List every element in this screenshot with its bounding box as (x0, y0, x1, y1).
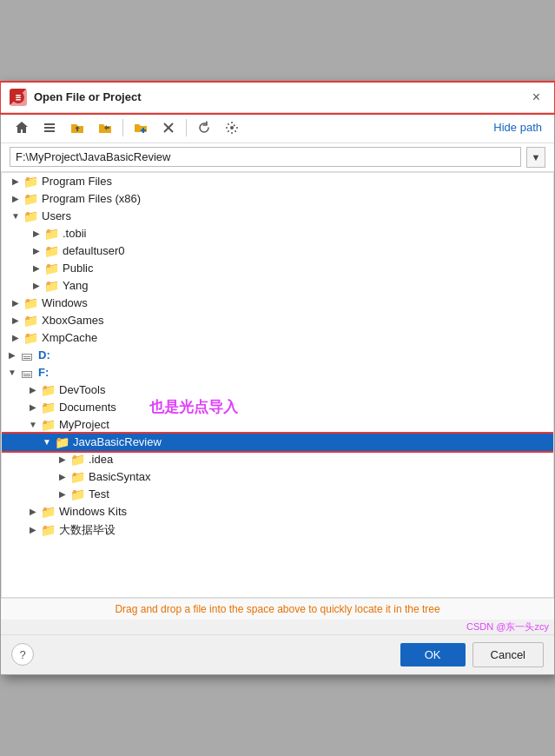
folder-icon: 📁 (40, 384, 56, 396)
drive-icon: 🖴 (19, 349, 35, 361)
folder-icon: 📁 (69, 488, 85, 501)
expander-icon: ▶ (30, 279, 43, 293)
item-label: Program Files (42, 175, 112, 188)
home-button[interactable] (10, 116, 34, 139)
help-button[interactable]: ? (11, 643, 34, 666)
tree-item-defaultuser0[interactable]: ▶ 📁 defaultuser0 (2, 242, 553, 260)
svg-rect-2 (16, 96, 21, 98)
close-button[interactable]: × (527, 88, 545, 107)
expander-icon: ▶ (26, 523, 40, 537)
tree-item-windows[interactable]: ▶ 📁 Windows (2, 295, 553, 312)
list-view-button[interactable] (37, 116, 62, 139)
delete-button[interactable] (156, 116, 181, 139)
item-label: MyProject (59, 418, 109, 431)
item-label: Program Files (x86) (42, 192, 141, 205)
expander-icon: ▶ (56, 487, 69, 501)
folder-icon: 📁 (69, 471, 85, 483)
tree-item-documents[interactable]: ▶ 📁 Documents 也是光点导入 (2, 399, 553, 416)
folder-icon: 📁 (43, 245, 59, 257)
expander-icon: ▶ (9, 314, 23, 328)
folder-icon: 📁 (43, 280, 59, 292)
item-label: F: (38, 366, 49, 379)
svg-rect-1 (16, 95, 21, 96)
expander-icon: ▶ (56, 470, 69, 484)
refresh-button[interactable] (192, 116, 216, 139)
item-label: BasicSyntax (89, 470, 151, 483)
toolbar-separator-1 (122, 119, 123, 136)
expander-icon: ▶ (30, 244, 43, 258)
hide-path-button[interactable]: Hide path (490, 119, 545, 136)
item-label: JavaBasicReview (73, 435, 162, 448)
path-input[interactable] (10, 147, 521, 167)
item-label: DevTools (59, 383, 105, 396)
annotation-text: 也是光点导入 (149, 397, 238, 417)
tree-item-myproject[interactable]: ▼ 📁 MyProject (2, 416, 553, 434)
path-dropdown-button[interactable]: ▼ (526, 147, 545, 168)
folder-icon: 📁 (43, 262, 59, 275)
folder-icon: 📁 (23, 332, 38, 344)
tree-item-devtools[interactable]: ▶ 📁 DevTools (2, 381, 553, 399)
expander-icon: ▶ (30, 262, 43, 275)
tree-item-program-files-x86[interactable]: ▶ 📁 Program Files (x86) (2, 190, 553, 208)
item-label: XmpCache (42, 331, 97, 344)
expander-icon: ▶ (9, 192, 23, 206)
folder-up-button[interactable] (65, 116, 89, 139)
folder-icon: 📁 (23, 193, 38, 205)
item-label: Public (63, 262, 93, 275)
folder-icon: 📁 (40, 524, 56, 536)
item-label: 大数据毕设 (59, 522, 116, 538)
cancel-button[interactable]: Cancel (472, 642, 544, 667)
tree-item-idea[interactable]: ▶ 📁 .idea (2, 451, 553, 468)
expander-icon: ▼ (5, 366, 19, 380)
folder-icon: 📁 (23, 210, 38, 222)
expander-icon: ▼ (40, 435, 54, 449)
tree-item-big-data[interactable]: ▶ 📁 大数据毕设 (2, 521, 553, 540)
item-label: defaultuser0 (63, 244, 125, 257)
folder-back-button[interactable] (93, 116, 117, 139)
expander-icon: ▶ (56, 453, 69, 467)
tree-item-f-drive[interactable]: ▼ 🖴 F: (2, 364, 553, 381)
tree-item-program-files[interactable]: ▶ 📁 Program Files (2, 173, 553, 190)
item-label: XboxGames (42, 314, 104, 327)
tree-item-basicsyntax[interactable]: ▶ 📁 BasicSyntax (2, 468, 553, 486)
item-label: Test (89, 487, 109, 501)
tree-item-yang[interactable]: ▶ 📁 Yang (2, 277, 553, 295)
svg-rect-4 (44, 123, 55, 125)
drag-hint: Drag and drop a file into the space abov… (1, 598, 554, 620)
folder-icon: 📁 (40, 506, 56, 518)
expander-icon: ▶ (26, 383, 40, 397)
expander-icon: ▶ (26, 401, 40, 414)
tree-item-users[interactable]: ▼ 📁 Users (2, 208, 553, 225)
button-bar: ? OK Cancel (1, 634, 554, 674)
item-label: D: (38, 348, 50, 361)
item-label: .idea (89, 453, 113, 466)
tree-item-xboxgames[interactable]: ▶ 📁 XboxGames (2, 312, 553, 329)
tree-item-xmpcache[interactable]: ▶ 📁 XmpCache (2, 329, 553, 347)
tree-item-windows-kits[interactable]: ▶ 📁 Windows Kits (2, 503, 553, 521)
dialog-title: Open File or Project (34, 90, 142, 103)
title-bar-left: Open File or Project (10, 89, 142, 106)
watermark: CSDN @东一头zcy (1, 620, 554, 634)
tree-item-test[interactable]: ▶ 📁 Test (2, 486, 553, 503)
expander-icon: ▶ (26, 505, 40, 519)
tree-item-tobii[interactable]: ▶ 📁 .tobii (2, 225, 553, 242)
expander-icon: ▶ (30, 227, 43, 241)
folder-icon: 📁 (23, 315, 38, 327)
tree-item-d-drive[interactable]: ▶ 🖴 D: (2, 347, 553, 364)
settings-button[interactable] (220, 116, 244, 139)
folder-icon: 📁 (54, 436, 69, 448)
open-file-dialog: Open File or Project × (0, 82, 555, 675)
app-icon (10, 89, 27, 106)
item-label: Yang (63, 279, 88, 292)
expander-icon: ▼ (9, 209, 23, 223)
tree-item-public[interactable]: ▶ 📁 Public (2, 260, 553, 277)
tree-item-javabasicreview[interactable]: ▼ 📁 JavaBasicReview (2, 434, 553, 451)
folder-icon: 📁 (40, 419, 56, 431)
expander-icon: ▶ (9, 175, 23, 189)
drive-icon: 🖴 (19, 367, 35, 379)
item-label: Windows (42, 296, 88, 309)
ok-button[interactable]: OK (400, 643, 466, 666)
folder-new-button[interactable] (129, 116, 153, 139)
folder-icon: 📁 (40, 401, 56, 414)
expander-icon: ▶ (5, 348, 19, 362)
